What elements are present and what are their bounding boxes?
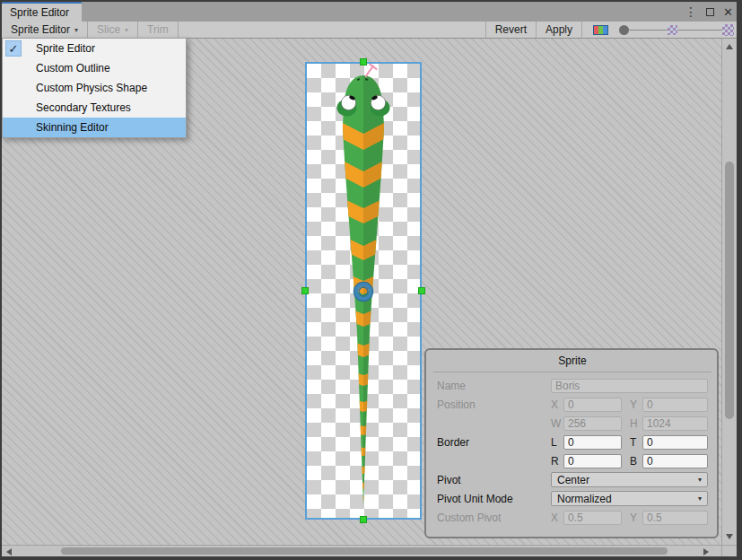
- position-row: Position X Y: [437, 395, 708, 414]
- border-row-1: Border L T: [437, 433, 708, 451]
- border-label: Border: [437, 436, 551, 449]
- custom-pivot-y-field[interactable]: [642, 511, 708, 525]
- rgb-alpha-toggle-icon[interactable]: [593, 25, 608, 35]
- mip-texture-icon: [722, 24, 734, 36]
- menu-item-custom-outline[interactable]: Custom Outline: [3, 58, 186, 78]
- chevron-down-icon: ▾: [125, 26, 128, 34]
- h-label: H: [630, 417, 642, 430]
- window-content: Sprite Editor ⋮ ✕ Sprite Editor ▾ Slice …: [2, 2, 737, 556]
- maximize-icon[interactable]: [706, 8, 714, 16]
- trim-button[interactable]: Trim: [138, 22, 178, 38]
- slice-dropdown[interactable]: Slice ▾: [88, 22, 137, 38]
- vertical-scrollbar-thumb[interactable]: [725, 162, 734, 419]
- height-field[interactable]: [642, 416, 708, 431]
- toolbar-separator: [581, 22, 582, 38]
- pivot-unit-mode-select[interactable]: Normalized ▾: [551, 491, 708, 506]
- scroll-up-icon[interactable]: [726, 44, 733, 49]
- check-icon: ✓: [5, 40, 22, 57]
- pivot-select[interactable]: Center ▾: [551, 472, 708, 487]
- menu-item-skinning-editor[interactable]: Skinning Editor: [3, 118, 186, 137]
- l-label: L: [551, 436, 563, 449]
- toolbar-separator: [178, 22, 179, 38]
- slider-track: [623, 30, 732, 31]
- y-label: Y: [630, 512, 642, 524]
- chevron-down-icon: ▾: [698, 494, 702, 503]
- sprite-image: [307, 64, 420, 518]
- menu-item-secondary-textures[interactable]: Secondary Textures: [3, 98, 186, 118]
- mip-texture-icon: [668, 25, 677, 35]
- sprite-inspector-panel: Sprite Name Position X Y W H: [424, 348, 719, 538]
- mip-level-slider[interactable]: [619, 22, 734, 38]
- menu-item-custom-physics-shape[interactable]: Custom Physics Shape: [3, 78, 186, 98]
- border-t-field[interactable]: [642, 435, 708, 450]
- panel-title: Sprite: [437, 354, 708, 369]
- pivot-unit-mode-label: Pivot Unit Mode: [437, 493, 551, 505]
- window-controls: ⋮ ✕: [685, 2, 733, 22]
- name-field[interactable]: [551, 379, 708, 393]
- border-r-field[interactable]: [563, 454, 622, 468]
- toolbar: Sprite Editor ▾ Slice ▾ Trim Revert Appl…: [2, 22, 737, 39]
- kebab-menu-icon[interactable]: ⋮: [685, 5, 697, 18]
- border-b-field[interactable]: [642, 454, 708, 468]
- slider-knob[interactable]: [619, 25, 629, 35]
- menu-item-sprite-editor[interactable]: ✓ Sprite Editor: [3, 39, 186, 58]
- scroll-right-icon[interactable]: [703, 548, 709, 556]
- horizontal-scrollbar-thumb[interactable]: [61, 547, 668, 555]
- width-field[interactable]: [563, 416, 622, 431]
- pivot-unit-mode-row: Pivot Unit Mode Normalized ▾: [437, 489, 708, 508]
- scroll-down-icon[interactable]: [726, 534, 733, 539]
- tab-bar: Sprite Editor ⋮ ✕: [2, 2, 737, 22]
- sprite-editor-mode-dropdown[interactable]: Sprite Editor ▾: [2, 22, 87, 38]
- w-label: W: [551, 417, 563, 430]
- border-row-2: R B: [437, 451, 708, 470]
- selection-handle-top[interactable]: [360, 58, 367, 66]
- selection-handle-bottom[interactable]: [360, 516, 367, 523]
- scrollbar-corner: [721, 545, 737, 556]
- pivot-label: Pivot: [437, 474, 551, 486]
- custom-pivot-row: Custom Pivot X Y: [437, 508, 708, 527]
- custom-pivot-x-field[interactable]: [563, 511, 622, 525]
- name-label: Name: [437, 380, 551, 392]
- y-label: Y: [630, 398, 642, 411]
- selection-handle-left[interactable]: [301, 287, 309, 294]
- name-row: Name: [437, 376, 708, 395]
- close-icon[interactable]: ✕: [723, 6, 733, 18]
- snake-tongue: [366, 65, 377, 76]
- editor-mode-menu: ✓ Sprite Editor Custom Outline Custom Ph…: [2, 38, 187, 138]
- position-x-field[interactable]: [563, 398, 622, 412]
- border-l-field[interactable]: [563, 435, 622, 450]
- chevron-down-icon: ▾: [74, 26, 78, 34]
- selection-handle-right[interactable]: [418, 287, 425, 294]
- custom-pivot-label: Custom Pivot: [437, 512, 551, 524]
- tab-title: Sprite Editor: [10, 6, 69, 19]
- pivot-row: Pivot Center ▾: [437, 470, 708, 489]
- x-label: X: [551, 398, 563, 411]
- scroll-left-icon[interactable]: [6, 548, 12, 556]
- tab-sprite-editor[interactable]: Sprite Editor: [2, 2, 82, 22]
- position-label: Position: [437, 398, 551, 411]
- b-label: B: [630, 455, 642, 468]
- horizontal-scrollbar[interactable]: [2, 545, 721, 556]
- panel-divider: [433, 372, 711, 372]
- texture-selection-rect[interactable]: [305, 62, 422, 520]
- position-y-field[interactable]: [642, 398, 708, 412]
- t-label: T: [630, 436, 642, 449]
- sprite-editor-window: Sprite Editor ⋮ ✕ Sprite Editor ▾ Slice …: [0, 0, 742, 560]
- size-row: W H: [437, 414, 708, 433]
- x-label: X: [551, 512, 563, 524]
- revert-button[interactable]: Revert: [486, 22, 536, 38]
- chevron-down-icon: ▾: [698, 476, 702, 484]
- apply-button[interactable]: Apply: [537, 22, 581, 38]
- vertical-scrollbar[interactable]: [721, 39, 737, 545]
- r-label: R: [551, 455, 563, 468]
